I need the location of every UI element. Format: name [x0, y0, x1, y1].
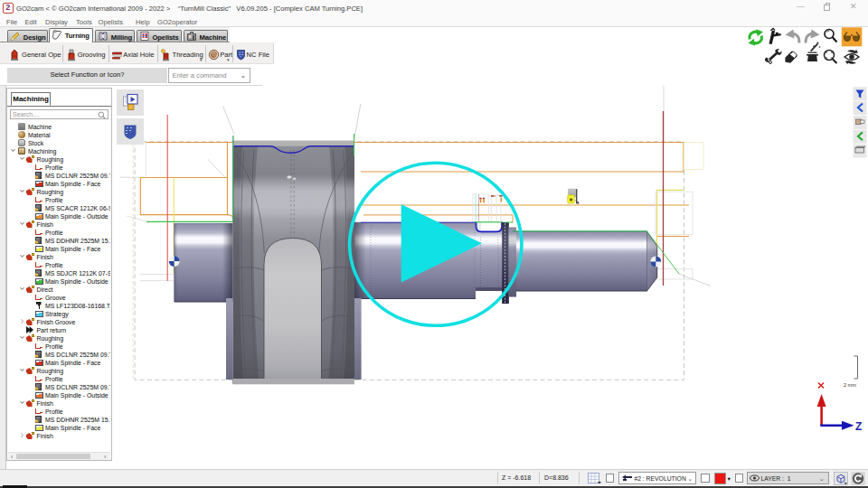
- svg-text:2 mm: 2 mm: [844, 382, 856, 388]
- svg-text:Z: Z: [855, 420, 862, 433]
